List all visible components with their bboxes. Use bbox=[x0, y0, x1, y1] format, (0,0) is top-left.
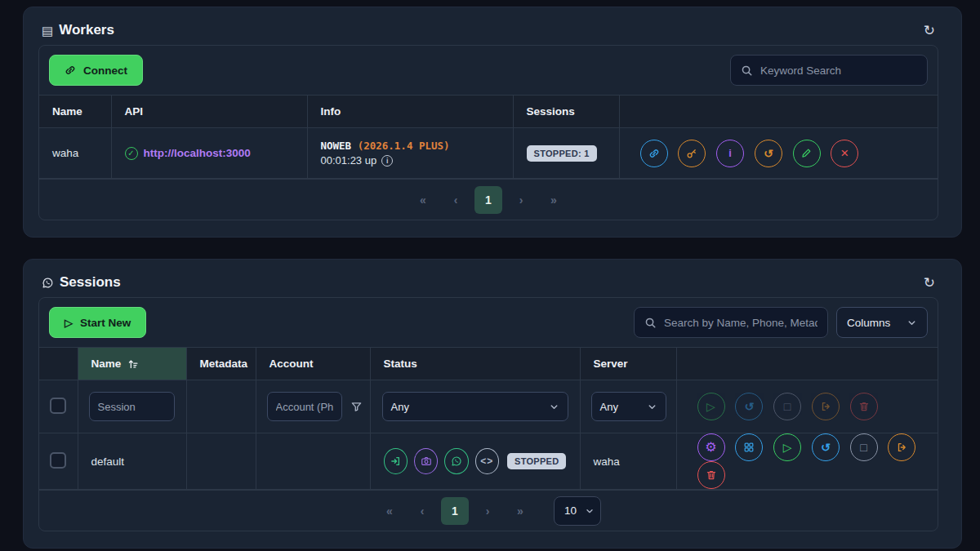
screenshot-button[interactable] bbox=[414, 448, 438, 474]
sessions-page-1-button[interactable]: 1 bbox=[441, 497, 469, 525]
workers-panel-header: ▤ Workers ↻ bbox=[38, 16, 938, 45]
sessions-header-row: Name Metadata Account Status Server bbox=[39, 348, 938, 380]
session-checkbox[interactable] bbox=[50, 452, 66, 469]
worker-name-cell: waha bbox=[39, 128, 111, 179]
filter-account-cell bbox=[256, 380, 370, 433]
session-stop-button[interactable]: □ bbox=[850, 433, 878, 461]
session-server-cell: waha bbox=[580, 433, 676, 490]
whatsapp-button[interactable] bbox=[444, 448, 468, 474]
sessions-next-page-button[interactable]: › bbox=[474, 497, 501, 525]
whatsapp-icon bbox=[42, 277, 54, 289]
session-select-cell bbox=[39, 433, 78, 490]
workers-refresh-icon[interactable]: ↻ bbox=[920, 22, 938, 39]
sessions-col-name[interactable]: Name bbox=[78, 348, 186, 380]
columns-dropdown[interactable]: Columns bbox=[836, 307, 928, 338]
workers-col-name: Name bbox=[39, 96, 111, 128]
workers-next-page-button[interactable]: › bbox=[507, 186, 535, 214]
sort-ascending-icon bbox=[127, 358, 139, 370]
worker-uptime: 00:01:23 up bbox=[321, 154, 377, 167]
info-circle-icon[interactable]: i bbox=[381, 155, 393, 167]
sessions-col-account: Account bbox=[256, 348, 370, 380]
workers-panel: ▤ Workers ↻ Connect bbox=[23, 7, 962, 238]
workers-last-page-button[interactable]: » bbox=[540, 186, 568, 214]
worker-info-button[interactable]: i bbox=[716, 140, 744, 167]
worker-engine: NOWEB bbox=[321, 140, 352, 152]
connect-button-label: Connect bbox=[83, 64, 127, 77]
session-actions-cell: ⚙ ▷ ↺ □ bbox=[676, 433, 938, 490]
worker-restart-button[interactable]: ↺ bbox=[755, 140, 782, 167]
sessions-filter-row: Any Any bbox=[39, 380, 938, 433]
session-start-button[interactable]: ▷ bbox=[773, 433, 801, 461]
filter-server-select[interactable]: Any bbox=[591, 392, 666, 421]
session-restart-button[interactable]: ↺ bbox=[812, 433, 840, 461]
workers-toolbar: Connect bbox=[39, 46, 938, 95]
play-icon: ▷ bbox=[783, 442, 792, 453]
worker-remove-button[interactable]: × bbox=[831, 140, 858, 167]
sessions-search-input[interactable] bbox=[664, 317, 817, 329]
workers-page-1-button[interactable]: 1 bbox=[474, 186, 502, 214]
worker-link-button[interactable] bbox=[640, 140, 668, 167]
worker-row: waha ✓ http://localhost:3000 NOWEB (2026… bbox=[39, 128, 938, 179]
session-logout-button[interactable] bbox=[888, 433, 915, 461]
workers-search bbox=[730, 55, 928, 86]
session-status-cell: <> STOPPED bbox=[370, 433, 580, 490]
bulk-restart-button[interactable]: ↺ bbox=[735, 393, 763, 420]
sessions-prev-page-button[interactable]: ‹ bbox=[408, 497, 436, 525]
check-circle-icon: ✓ bbox=[125, 147, 138, 160]
filter-funnel-icon[interactable] bbox=[349, 399, 364, 415]
workers-search-input[interactable] bbox=[760, 64, 917, 77]
info-icon: i bbox=[728, 148, 732, 158]
sessions-refresh-icon[interactable]: ↻ bbox=[920, 274, 938, 291]
sessions-first-page-button[interactable]: « bbox=[376, 497, 403, 525]
worker-actions-cell: i ↺ × bbox=[619, 128, 938, 179]
session-status-badge: STOPPED bbox=[507, 453, 566, 469]
sessions-title: Sessions bbox=[60, 274, 121, 291]
filter-status-value: Any bbox=[391, 401, 409, 413]
worker-key-button[interactable] bbox=[678, 140, 706, 167]
chevron-down-icon bbox=[585, 506, 595, 516]
sessions-panel-header: Sessions ↻ bbox=[38, 268, 938, 297]
columns-dropdown-label: Columns bbox=[847, 317, 890, 329]
workers-prev-page-button[interactable]: ‹ bbox=[442, 186, 470, 214]
bulk-delete-button[interactable] bbox=[850, 393, 878, 420]
session-apps-button[interactable] bbox=[735, 433, 763, 461]
session-metadata-cell bbox=[186, 433, 256, 490]
link-icon bbox=[65, 64, 76, 76]
worker-api-cell: ✓ http://localhost:3000 bbox=[111, 128, 307, 179]
workers-col-info: Info bbox=[307, 96, 513, 128]
session-name-cell: default bbox=[78, 433, 186, 490]
chevron-down-icon bbox=[906, 318, 917, 328]
worker-info-cell: NOWEB (2026.1.4 PLUS) 00:01:23 up i bbox=[307, 128, 513, 179]
session-account-cell bbox=[256, 433, 370, 490]
stop-icon: □ bbox=[860, 442, 866, 453]
sessions-content: ▷ Start New Columns bbox=[38, 297, 938, 531]
sessions-last-page-button[interactable]: » bbox=[506, 497, 534, 525]
page-size-select[interactable]: 10 bbox=[554, 496, 601, 526]
bulk-logout-button[interactable] bbox=[812, 393, 840, 420]
worker-api-link[interactable]: ✓ http://localhost:3000 bbox=[125, 147, 251, 160]
workers-first-page-button[interactable]: « bbox=[409, 186, 437, 214]
workers-content: Connect Name API Info Sess bbox=[38, 45, 938, 220]
sessions-panel: Sessions ↻ ▷ Start New Columns bbox=[23, 259, 962, 549]
filter-name-cell bbox=[78, 380, 186, 433]
chevron-down-icon bbox=[549, 402, 559, 412]
sessions-search bbox=[634, 307, 828, 338]
filter-name-input[interactable] bbox=[89, 392, 175, 421]
filter-status-select[interactable]: Any bbox=[382, 392, 568, 421]
select-all-checkbox[interactable] bbox=[50, 398, 66, 414]
sessions-pagination: « ‹ 1 › » 10 bbox=[39, 490, 938, 531]
session-config-button[interactable]: ⚙ bbox=[697, 433, 725, 461]
session-row: default bbox=[39, 433, 938, 490]
filter-account-input[interactable] bbox=[267, 392, 342, 421]
login-button[interactable] bbox=[384, 448, 408, 474]
start-new-button[interactable]: ▷ Start New bbox=[49, 307, 146, 338]
play-icon: ▷ bbox=[706, 401, 715, 412]
bulk-stop-button[interactable]: □ bbox=[773, 393, 801, 420]
worker-edit-button[interactable] bbox=[793, 140, 821, 167]
bulk-start-button[interactable]: ▷ bbox=[697, 393, 725, 420]
gear-icon: ⚙ bbox=[705, 441, 716, 454]
code-button[interactable]: <> bbox=[475, 448, 499, 474]
connect-button[interactable]: Connect bbox=[49, 55, 143, 86]
worker-version: (2026.1.4 PLUS) bbox=[358, 140, 450, 152]
session-delete-button[interactable] bbox=[697, 461, 725, 489]
